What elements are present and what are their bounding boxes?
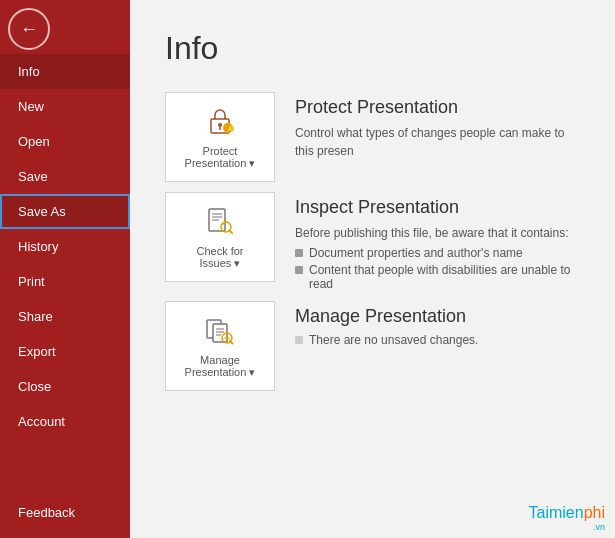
main-content: Info 🔑 ProtectPresentation ▾ Protect Pre… xyxy=(130,0,615,538)
inspect-card-text: Inspect Presentation Before publishing t… xyxy=(295,192,580,291)
manage-card-text: Manage Presentation There are no unsaved… xyxy=(295,301,580,347)
sidebar-item-save-as[interactable]: Save As xyxy=(0,194,130,229)
svg-point-1 xyxy=(218,123,222,127)
protect-card-title: Protect Presentation xyxy=(295,97,580,118)
protect-icon: 🔑 xyxy=(202,104,238,140)
sidebar-item-share[interactable]: Share xyxy=(0,299,130,334)
svg-line-17 xyxy=(230,341,233,344)
inspect-card: Check forIssues ▾ Inspect Presentation B… xyxy=(165,192,580,291)
protect-card: 🔑 ProtectPresentation ▾ Protect Presenta… xyxy=(165,92,580,182)
manage-button-label: ManagePresentation ▾ xyxy=(185,354,256,379)
inspect-bullet-2: Content that people with disabilities ar… xyxy=(295,263,580,291)
sidebar-item-print[interactable]: Print xyxy=(0,264,130,299)
sidebar-item-history[interactable]: History xyxy=(0,229,130,264)
inspect-icon xyxy=(202,204,238,240)
watermark: Taimienphi .vn xyxy=(529,504,606,532)
bullet-icon-1 xyxy=(295,249,303,257)
sidebar-item-account[interactable]: Account xyxy=(0,404,130,439)
bullet-icon-3 xyxy=(295,336,303,344)
protect-card-desc: Control what types of changes people can… xyxy=(295,124,580,160)
sidebar-item-export[interactable]: Export xyxy=(0,334,130,369)
sidebar-item-new[interactable]: New xyxy=(0,89,130,124)
sidebar-nav: Info New Open Save Save As History Print… xyxy=(0,54,130,495)
manage-button[interactable]: ManagePresentation ▾ xyxy=(165,301,275,391)
inspect-bullet-1: Document properties and author's name xyxy=(295,246,580,260)
sidebar-item-save[interactable]: Save xyxy=(0,159,130,194)
back-icon: ← xyxy=(20,19,38,40)
sidebar-item-feedback[interactable]: Feedback xyxy=(0,495,130,530)
protect-button-label: ProtectPresentation ▾ xyxy=(185,145,256,170)
page-title: Info xyxy=(165,30,580,67)
sidebar: ← Info New Open Save Save As History Pri… xyxy=(0,0,130,538)
svg-line-10 xyxy=(230,231,233,234)
manage-icon xyxy=(202,313,238,349)
sidebar-item-info[interactable]: Info xyxy=(0,54,130,89)
inspect-card-title: Inspect Presentation xyxy=(295,197,580,218)
inspect-button[interactable]: Check forIssues ▾ xyxy=(165,192,275,282)
inspect-card-desc-intro: Before publishing this file, be aware th… xyxy=(295,224,580,242)
inspect-button-label: Check forIssues ▾ xyxy=(196,245,243,270)
manage-no-changes: There are no unsaved changes. xyxy=(295,333,580,347)
protect-card-text: Protect Presentation Control what types … xyxy=(295,92,580,160)
protect-button[interactable]: 🔑 ProtectPresentation ▾ xyxy=(165,92,275,182)
sidebar-item-close[interactable]: Close xyxy=(0,369,130,404)
bullet-icon-2 xyxy=(295,266,303,274)
back-button[interactable]: ← xyxy=(8,8,50,50)
sidebar-item-open[interactable]: Open xyxy=(0,124,130,159)
svg-text:🔑: 🔑 xyxy=(226,125,235,134)
manage-card: ManagePresentation ▾ Manage Presentation… xyxy=(165,301,580,391)
manage-card-title: Manage Presentation xyxy=(295,306,580,327)
